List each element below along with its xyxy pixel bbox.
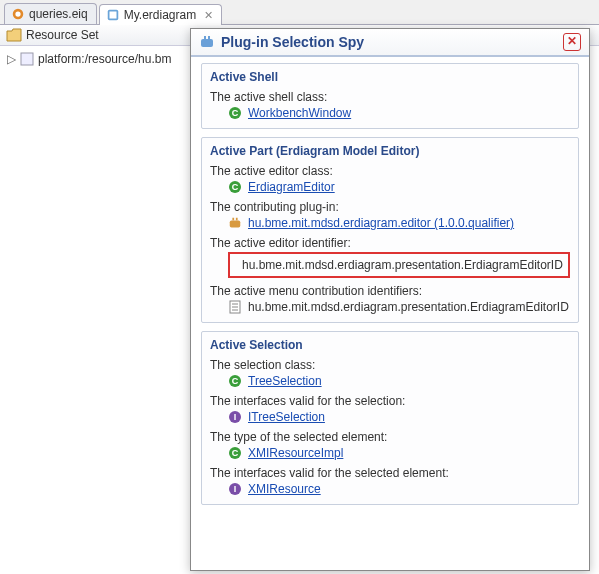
class-link[interactable]: ErdiagramEditor <box>248 180 335 194</box>
tab-label: queries.eiq <box>29 7 88 21</box>
field-label: The active editor class: <box>210 164 570 178</box>
value-row: I ITreeSelection <box>228 410 570 424</box>
plugin-selection-spy-dialog: Plug-in Selection Spy ✕ Active Shell The… <box>190 28 590 571</box>
svg-rect-13 <box>232 218 234 221</box>
editor-tab-strip: queries.eiq My.erdiagram ✕ <box>0 0 599 25</box>
field-label: The interfaces valid for the selection: <box>210 394 570 408</box>
svg-text:C: C <box>232 108 239 118</box>
field-label: The type of the selected element: <box>210 430 570 444</box>
section-title: Active Part (Erdiagram Model Editor) <box>210 144 570 158</box>
plugin-link[interactable]: hu.bme.mit.mdsd.erdiagram.editor (1.0.0.… <box>248 216 514 230</box>
interface-icon: I <box>228 410 242 424</box>
tree-item-label: platform:/resource/hu.bm <box>38 52 171 66</box>
interface-link[interactable]: XMIResource <box>248 482 321 496</box>
class-icon: C <box>228 374 242 388</box>
class-icon: C <box>228 446 242 460</box>
class-link[interactable]: XMIResourceImpl <box>248 446 343 460</box>
tab-queries[interactable]: queries.eiq <box>4 3 97 24</box>
section-active-shell: Active Shell The active shell class: C W… <box>201 63 579 129</box>
svg-rect-14 <box>236 218 238 221</box>
class-icon: C <box>228 180 242 194</box>
svg-rect-6 <box>204 36 206 39</box>
svg-rect-3 <box>109 12 116 19</box>
plugin-icon <box>199 34 215 50</box>
value-row: C WorkbenchWindow <box>228 106 570 120</box>
identifier-value: hu.bme.mit.mdsd.erdiagram.presentation.E… <box>248 300 569 314</box>
section-title: Active Selection <box>210 338 570 352</box>
class-link[interactable]: TreeSelection <box>248 374 322 388</box>
resource-set-label: Resource Set <box>26 28 99 42</box>
svg-rect-12 <box>230 220 241 227</box>
class-icon: C <box>228 106 242 120</box>
dialog-body: Active Shell The active shell class: C W… <box>191 57 589 523</box>
svg-rect-7 <box>208 36 210 39</box>
section-active-selection: Active Selection The selection class: C … <box>201 331 579 505</box>
svg-text:C: C <box>232 182 239 192</box>
document-icon <box>228 300 242 314</box>
field-label: The interfaces valid for the selected el… <box>210 466 570 480</box>
value-row: C XMIResourceImpl <box>228 446 570 460</box>
folder-icon <box>6 28 22 42</box>
value-row: I XMIResource <box>228 482 570 496</box>
svg-text:I: I <box>234 412 237 422</box>
svg-text:I: I <box>234 484 237 494</box>
svg-point-1 <box>15 11 20 16</box>
field-label: The active editor identifier: <box>210 236 570 250</box>
query-file-icon <box>11 7 25 21</box>
interface-link[interactable]: ITreeSelection <box>248 410 325 424</box>
dialog-title: Plug-in Selection Spy <box>221 34 364 50</box>
field-label: The selection class: <box>210 358 570 372</box>
svg-rect-4 <box>21 53 33 65</box>
value-row: C ErdiagramEditor <box>228 180 570 194</box>
field-label: The active menu contribution identifiers… <box>210 284 570 298</box>
value-row: C TreeSelection <box>228 374 570 388</box>
section-title: Active Shell <box>210 70 570 84</box>
section-active-part: Active Part (Erdiagram Model Editor) The… <box>201 137 579 323</box>
close-button[interactable]: ✕ <box>563 33 581 51</box>
close-icon[interactable]: ✕ <box>204 9 213 22</box>
value-row: hu.bme.mit.mdsd.erdiagram.presentation.E… <box>228 300 570 314</box>
svg-text:C: C <box>232 448 239 458</box>
expand-icon[interactable]: ▷ <box>6 52 16 66</box>
interface-icon: I <box>228 482 242 496</box>
tab-erdiagram[interactable]: My.erdiagram ✕ <box>99 4 222 25</box>
svg-text:C: C <box>232 376 239 386</box>
class-link[interactable]: WorkbenchWindow <box>248 106 351 120</box>
field-label: The active shell class: <box>210 90 570 104</box>
diagram-file-icon <box>106 8 120 22</box>
svg-rect-5 <box>201 39 213 47</box>
field-label: The contributing plug-in: <box>210 200 570 214</box>
identifier-value: hu.bme.mit.mdsd.erdiagram.presentation.E… <box>242 258 563 272</box>
value-row: hu.bme.mit.mdsd.erdiagram.editor (1.0.0.… <box>228 216 570 230</box>
tab-label: My.erdiagram <box>124 8 196 22</box>
resource-file-icon <box>20 52 34 66</box>
plugin-icon <box>228 216 242 230</box>
highlighted-identifier: x hu.bme.mit.mdsd.erdiagram.presentation… <box>228 252 570 278</box>
dialog-title-bar: Plug-in Selection Spy ✕ <box>191 29 589 57</box>
